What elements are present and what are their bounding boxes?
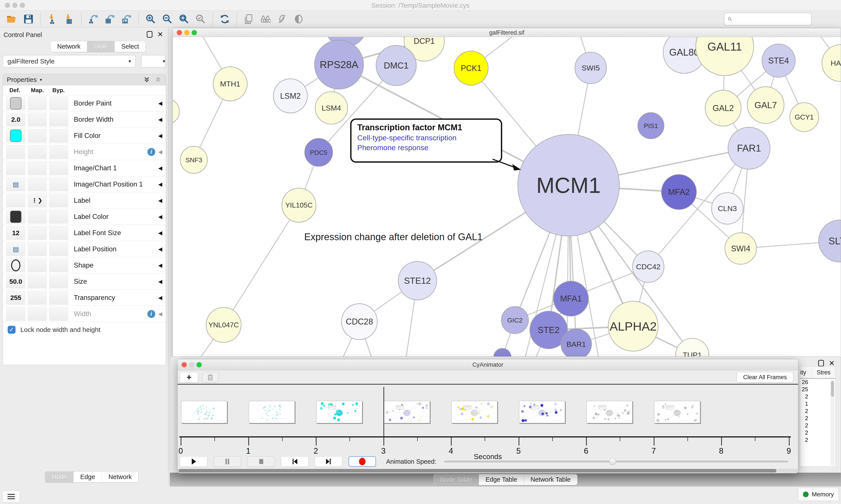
network-node-PCK1[interactable]: PCK1 [454, 51, 488, 85]
column-header[interactable]: Stres [812, 366, 835, 378]
clone-network-button[interactable] [243, 13, 255, 25]
import-table-button[interactable] [63, 13, 75, 25]
property-cell[interactable] [49, 129, 68, 143]
zoom-in-button[interactable] [145, 13, 157, 25]
horizontal-scrollbar[interactable] [178, 469, 798, 473]
add-frame-button[interactable]: + [180, 372, 198, 382]
panel-menu-button[interactable] [2, 490, 20, 503]
property-row-label-position[interactable]: ▤Label Position◀ [3, 241, 166, 257]
network-node-SWI4[interactable]: SWI4 [725, 233, 756, 264]
expand-row-icon[interactable]: ◀ [158, 262, 162, 268]
export-table-button[interactable] [104, 13, 116, 25]
property-cell[interactable]: ⋮❯ [28, 194, 47, 207]
info-icon[interactable]: i [147, 310, 155, 318]
property-row-image-chart-position-1[interactable]: ▤Image/Chart Position 1◀ [3, 176, 166, 192]
network-node-GAL7[interactable]: GAL7 [747, 87, 784, 124]
float-panel-icon[interactable] [147, 31, 153, 38]
property-row-border-width[interactable]: 2.0Border Width◀ [3, 111, 166, 127]
network-node-PDC5[interactable]: PDC5 [305, 138, 333, 166]
property-cell[interactable] [28, 161, 47, 175]
network-node-STE12[interactable]: STE12 [398, 262, 437, 300]
network-window-titlebar[interactable]: galFiltered.sif [173, 28, 841, 37]
property-row-label-color[interactable]: Label Color◀ [3, 209, 166, 224]
float-panel-icon[interactable] [818, 360, 824, 366]
expand-row-icon[interactable]: ◀ [158, 246, 162, 252]
network-node-SNF3[interactable]: SNF3 [180, 146, 208, 174]
frame-thumbnail-3[interactable] [384, 401, 430, 423]
property-cell[interactable]: 255 [6, 291, 25, 305]
table-row[interactable]: 2 [800, 422, 835, 429]
network-node-NODE_P[interactable] [494, 348, 511, 358]
property-cell[interactable] [6, 210, 25, 223]
record-button[interactable] [348, 456, 376, 467]
property-row-border-paint[interactable]: Border Paint◀ [3, 95, 166, 111]
network-node-GAL11[interactable]: GAL11 [696, 37, 754, 75]
info-icon[interactable]: i [147, 148, 155, 156]
expand-all-icon[interactable] [143, 76, 150, 84]
property-row-label-font-size[interactable]: 12Label Font Size◀ [3, 224, 166, 241]
hide-details-button[interactable] [276, 13, 288, 25]
network-node-STE4[interactable]: STE4 [762, 44, 795, 77]
play-button[interactable] [180, 456, 208, 467]
property-row-fill-color[interactable]: Fill Color◀ [3, 127, 166, 144]
skip-to-end-button[interactable] [315, 456, 342, 467]
expand-row-icon[interactable]: ◀ [158, 295, 162, 301]
network-node-MTH1[interactable]: MTH1 [213, 67, 247, 101]
frame-thumbnail-7[interactable] [654, 401, 700, 423]
open-folder-button[interactable] [6, 13, 18, 25]
property-cell[interactable]: 12 [6, 226, 25, 240]
slider-handle[interactable] [609, 458, 616, 465]
property-cell[interactable]: ▤ [6, 242, 25, 256]
network-node-MFA2[interactable]: MFA2 [661, 175, 696, 210]
column-header[interactable]: ity [800, 369, 812, 376]
table-scrollbar[interactable] [830, 380, 835, 466]
delete-frame-button[interactable] [202, 372, 218, 382]
property-cell[interactable]: 50.0 [6, 275, 25, 288]
collapse-all-icon[interactable] [155, 76, 162, 84]
table-row[interactable]: 26 [800, 379, 835, 386]
tab-node[interactable]: Node [45, 472, 74, 482]
property-cell[interactable] [6, 307, 25, 321]
property-cell[interactable] [28, 307, 47, 321]
property-cell[interactable] [49, 258, 68, 272]
property-cell[interactable] [28, 258, 47, 272]
property-cell[interactable] [28, 210, 47, 223]
frame-thumbnail-5[interactable] [519, 401, 565, 423]
expand-row-icon[interactable]: ◀ [158, 197, 162, 204]
animation-speed-slider[interactable] [444, 461, 788, 463]
cyanimator-titlebar[interactable]: CyAnimator [178, 359, 798, 370]
property-cell[interactable] [28, 129, 47, 143]
property-cell[interactable] [6, 161, 25, 175]
network-node-HAP2[interactable]: HAP2 [822, 45, 841, 82]
stop-button[interactable] [247, 456, 275, 467]
network-node-LSM4[interactable]: LSM4 [315, 92, 347, 124]
frame-thumbnail-0[interactable] [181, 401, 227, 423]
table-row[interactable]: 2 [800, 415, 835, 422]
close-panel-icon[interactable]: ✕ [829, 360, 835, 367]
pause-button[interactable] [214, 456, 241, 467]
property-cell[interactable] [49, 307, 68, 321]
expand-row-icon[interactable]: ◀ [158, 149, 162, 155]
frame-thumbnail-1[interactable] [249, 401, 295, 423]
property-cell[interactable] [28, 96, 47, 110]
network-node-SWI5[interactable]: SWI5 [575, 52, 606, 84]
network-node-MCM1[interactable]: MCM1 [518, 134, 619, 236]
network-node-YNL047C[interactable]: YNL047C [206, 307, 241, 342]
network-node-MFA1[interactable]: MFA1 [553, 281, 589, 316]
expand-row-icon[interactable]: ◀ [158, 278, 162, 285]
property-cell[interactable] [28, 242, 47, 256]
frame-thumbnail-2[interactable] [316, 401, 362, 423]
annotation-link[interactable]: Pheromone response [357, 143, 495, 152]
property-row-transparency[interactable]: 255Transparency◀ [3, 289, 166, 306]
style-selector[interactable]: galFiltered Style ▾ [3, 55, 136, 68]
tab-network[interactable]: Network [102, 472, 138, 482]
table-row[interactable]: 1 [800, 400, 835, 408]
style-options-button[interactable]: ▾ [141, 55, 165, 68]
property-cell[interactable] [49, 242, 68, 256]
expand-row-icon[interactable]: ◀ [158, 181, 162, 187]
table-row[interactable]: 2 [800, 429, 835, 436]
lock-size-checkbox[interactable]: ✓ [8, 326, 16, 334]
network-node-YIL105C[interactable]: YIL105C [282, 188, 316, 222]
annotation-box[interactable]: Transcription factor MCM1 Cell-type-spec… [350, 119, 502, 163]
network-node-SLT2[interactable]: SLT2 [819, 220, 841, 262]
